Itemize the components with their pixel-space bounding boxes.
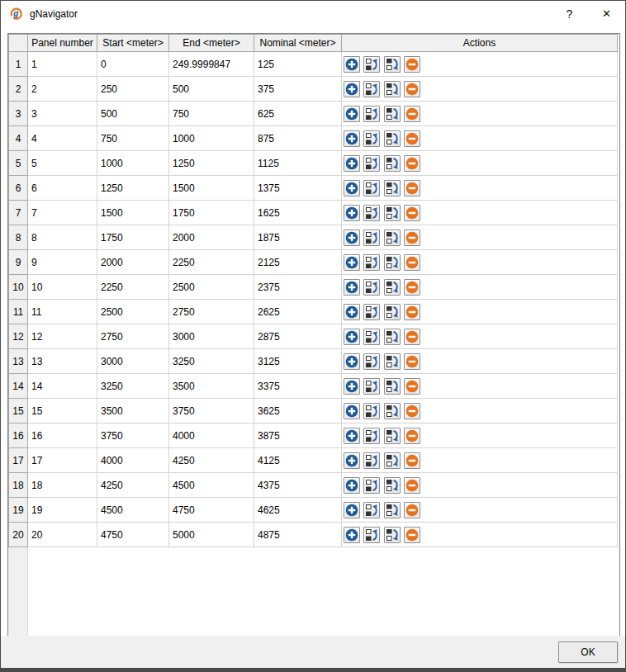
insert-below-button[interactable]: [384, 452, 401, 469]
row-header[interactable]: 12: [9, 324, 28, 349]
row-header[interactable]: 16: [9, 424, 28, 448]
add-panel-button[interactable]: [344, 329, 360, 345]
add-panel-button[interactable]: [344, 81, 360, 97]
nominal-cell[interactable]: 1375: [254, 176, 342, 201]
start-cell[interactable]: 500: [97, 102, 169, 126]
column-header-end[interactable]: End <meter>: [169, 35, 254, 52]
end-cell[interactable]: 2250: [169, 250, 254, 275]
nominal-cell[interactable]: 3375: [254, 374, 342, 399]
nominal-cell[interactable]: 4625: [254, 498, 342, 523]
insert-below-button[interactable]: [384, 56, 401, 73]
panel-number-cell[interactable]: 8: [28, 225, 97, 250]
start-cell[interactable]: 250: [97, 77, 169, 102]
panel-number-cell[interactable]: 9: [28, 250, 97, 275]
remove-panel-button[interactable]: [404, 56, 420, 73]
nominal-cell[interactable]: 2625: [254, 300, 342, 324]
add-panel-button[interactable]: [344, 56, 360, 73]
add-panel-button[interactable]: [344, 230, 360, 246]
insert-below-button[interactable]: [384, 527, 401, 543]
remove-panel-button[interactable]: [404, 230, 420, 246]
insert-above-button[interactable]: [363, 205, 380, 221]
add-panel-button[interactable]: [344, 205, 360, 221]
start-cell[interactable]: 1500: [97, 201, 169, 225]
column-header-start[interactable]: Start <meter>: [97, 35, 169, 52]
panel-number-cell[interactable]: 15: [28, 399, 97, 424]
insert-above-button[interactable]: [363, 378, 380, 395]
start-cell[interactable]: 1000: [97, 151, 169, 176]
start-cell[interactable]: 3750: [97, 424, 169, 448]
insert-above-button[interactable]: [363, 56, 380, 73]
add-panel-button[interactable]: [344, 378, 360, 395]
nominal-cell[interactable]: 1125: [254, 151, 342, 176]
nominal-cell[interactable]: 375: [254, 77, 342, 102]
start-cell[interactable]: 3500: [97, 399, 169, 424]
insert-above-button[interactable]: [363, 180, 380, 196]
nominal-cell[interactable]: 875: [254, 126, 342, 151]
end-cell[interactable]: 3750: [169, 399, 254, 424]
row-header[interactable]: 2: [9, 77, 28, 102]
insert-below-button[interactable]: [384, 130, 401, 147]
insert-below-button[interactable]: [384, 155, 401, 172]
remove-panel-button[interactable]: [404, 403, 420, 419]
remove-panel-button[interactable]: [404, 353, 420, 370]
close-button[interactable]: ✕: [588, 1, 625, 26]
nominal-cell[interactable]: 4375: [254, 473, 342, 498]
corner-header-cell[interactable]: [9, 35, 28, 52]
insert-above-button[interactable]: [363, 353, 380, 370]
panel-number-cell[interactable]: 10: [28, 275, 97, 300]
insert-above-button[interactable]: [363, 452, 380, 469]
remove-panel-button[interactable]: [404, 155, 420, 172]
start-cell[interactable]: 750: [97, 126, 169, 151]
remove-panel-button[interactable]: [404, 477, 420, 494]
insert-below-button[interactable]: [384, 180, 401, 196]
nominal-cell[interactable]: 4875: [254, 523, 342, 547]
row-header[interactable]: 18: [9, 473, 28, 498]
add-panel-button[interactable]: [344, 180, 360, 196]
start-cell[interactable]: 1250: [97, 176, 169, 201]
end-cell[interactable]: 1500: [169, 176, 254, 201]
row-header[interactable]: 15: [9, 399, 28, 424]
insert-below-button[interactable]: [384, 477, 401, 494]
insert-below-button[interactable]: [384, 205, 401, 221]
start-cell[interactable]: 1750: [97, 225, 169, 250]
end-cell[interactable]: 2000: [169, 225, 254, 250]
end-cell[interactable]: 5000: [169, 523, 254, 547]
start-cell[interactable]: 2750: [97, 324, 169, 349]
row-header[interactable]: 13: [9, 349, 28, 374]
insert-below-button[interactable]: [384, 329, 401, 345]
insert-below-button[interactable]: [384, 279, 401, 296]
insert-above-button[interactable]: [363, 279, 380, 296]
insert-above-button[interactable]: [363, 106, 380, 122]
row-header[interactable]: 14: [9, 374, 28, 399]
column-header-actions[interactable]: Actions: [342, 35, 618, 52]
insert-above-button[interactable]: [363, 428, 380, 444]
panel-number-cell[interactable]: 2: [28, 77, 97, 102]
insert-below-button[interactable]: [384, 353, 401, 370]
remove-panel-button[interactable]: [404, 106, 420, 122]
panel-number-cell[interactable]: 18: [28, 473, 97, 498]
start-cell[interactable]: 2000: [97, 250, 169, 275]
remove-panel-button[interactable]: [404, 329, 420, 345]
insert-above-button[interactable]: [363, 130, 380, 147]
insert-above-button[interactable]: [363, 502, 380, 518]
end-cell[interactable]: 3000: [169, 324, 254, 349]
insert-above-button[interactable]: [363, 403, 380, 419]
column-header-panel-number[interactable]: Panel number: [28, 35, 97, 52]
start-cell[interactable]: 4750: [97, 523, 169, 547]
nominal-cell[interactable]: 1625: [254, 201, 342, 225]
start-cell[interactable]: 2500: [97, 300, 169, 324]
remove-panel-button[interactable]: [404, 81, 420, 97]
insert-below-button[interactable]: [384, 378, 401, 395]
row-header[interactable]: 3: [9, 102, 28, 126]
column-header-nominal[interactable]: Nominal <meter>: [254, 35, 342, 52]
nominal-cell[interactable]: 3875: [254, 424, 342, 448]
row-header[interactable]: 11: [9, 300, 28, 324]
insert-above-button[interactable]: [363, 329, 380, 345]
insert-below-button[interactable]: [384, 502, 401, 518]
add-panel-button[interactable]: [344, 279, 360, 296]
start-cell[interactable]: 4500: [97, 498, 169, 523]
row-header[interactable]: 6: [9, 176, 28, 201]
insert-above-button[interactable]: [363, 477, 380, 494]
panel-number-cell[interactable]: 20: [28, 523, 97, 547]
start-cell[interactable]: 4250: [97, 473, 169, 498]
